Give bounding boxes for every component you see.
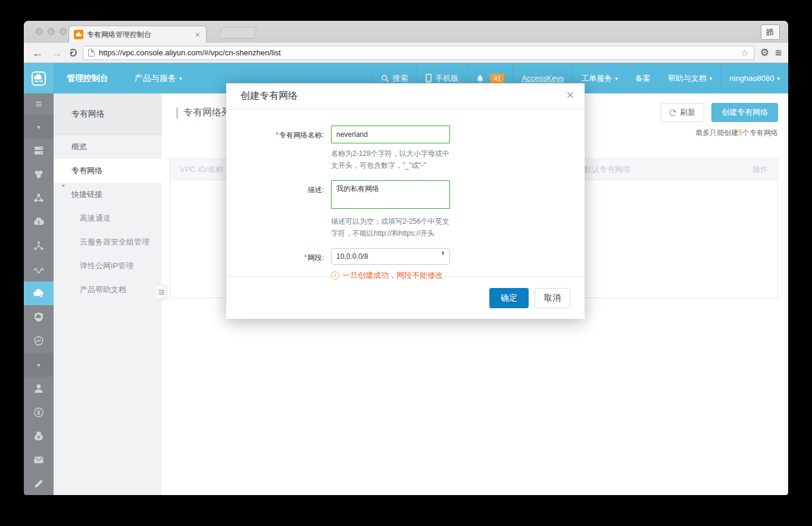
refresh-icon	[670, 109, 676, 116]
rail-section-toggle-2[interactable]: ▾	[24, 353, 54, 377]
rail-item-vpc-selected[interactable]	[24, 281, 54, 305]
nav-console[interactable]: 管理控制台	[54, 63, 121, 93]
modal-body: *专有网络名称: 名称为2-128个字符，以大小字母或中文开头，可包含数字，"_…	[226, 109, 585, 281]
tab-title: 专有网络管理控制台	[87, 30, 190, 40]
notification-badge: 41	[490, 74, 504, 83]
hamburger-icon: ≡	[36, 98, 42, 111]
nav-user-menu[interactable]: ninghao8080 ▾	[720, 63, 788, 93]
sidebar-item-security-group[interactable]: 云服务器安全组管理	[54, 230, 162, 254]
rail-item-ticket[interactable]	[24, 472, 54, 495]
col-actions: 操作	[752, 164, 768, 175]
minimize-window-icon[interactable]	[48, 28, 55, 35]
rail-item-funds[interactable]	[24, 424, 54, 448]
rail-item-network[interactable]	[24, 234, 54, 258]
aliyun-logo[interactable]	[24, 63, 54, 93]
vpc-name-label: *专有网络名称:	[241, 126, 331, 180]
chevron-down-icon: ▾	[710, 76, 713, 82]
nav-products-label: 产品与服务	[135, 73, 176, 84]
quota-suffix: 个专有网络	[742, 129, 778, 137]
rail-item-vpn[interactable]	[24, 258, 54, 281]
rail-section-toggle[interactable]: ▾	[24, 115, 54, 139]
cidr-select[interactable]: 10.0.0.0/8 ▲ ▼	[331, 248, 450, 265]
modal-close-icon[interactable]: ×	[566, 89, 574, 102]
rail-item-billing[interactable]	[24, 400, 54, 424]
sidebar-item-eip[interactable]: 弹性公网IP管理	[54, 254, 162, 278]
refresh-button[interactable]: 刷新	[661, 103, 704, 122]
rail-item-monitor[interactable]	[24, 329, 54, 353]
close-window-icon[interactable]	[36, 28, 43, 35]
vpc-name-input[interactable]	[331, 126, 450, 143]
load-balancer-icon	[33, 192, 45, 204]
user-icon	[33, 383, 45, 394]
chevron-down-icon: ▾	[62, 183, 65, 189]
vpc-name-label-text: 专有网络名称:	[279, 131, 324, 139]
zoom-window-icon[interactable]	[60, 28, 67, 35]
rail-item-user[interactable]	[24, 377, 54, 400]
nav-tickets-label: 工单服务	[581, 73, 612, 84]
cancel-button[interactable]: 取消	[535, 288, 570, 308]
forward-icon[interactable]: →	[50, 48, 63, 58]
select-stepper-icon: ▲ ▼	[441, 251, 445, 255]
back-icon[interactable]: ←	[31, 48, 44, 58]
browser-tab-strip: 专有网络管理控制台 × 皓	[24, 21, 788, 43]
browser-menu-icon[interactable]: ≡	[775, 46, 781, 60]
nav-products[interactable]: 产品与服务 ▾	[121, 63, 195, 93]
new-tab-button[interactable]	[218, 27, 258, 39]
quota-note: 最多只能创建5个专有网络	[695, 128, 778, 138]
product-icon-rail: ≡ ▾	[24, 93, 54, 495]
money-bag-icon	[33, 430, 45, 442]
modal-header: 创建专有网络	[226, 83, 585, 109]
settings-gear-icon[interactable]: ⚙	[760, 46, 769, 59]
nav-beian[interactable]: 备案	[626, 63, 659, 93]
nav-help[interactable]: 帮助与文档 ▾	[659, 63, 721, 93]
required-asterisk: *	[276, 131, 279, 139]
vpc-name-help: 名称为2-128个字符，以大小字母或中文开头，可包含数字，"_"或"-"	[331, 148, 454, 172]
rail-collapse-menu[interactable]: ≡	[24, 93, 54, 115]
browser-profile-button[interactable]: 皓	[761, 24, 780, 40]
yen-circle-icon	[33, 406, 45, 418]
chevron-down-icon: ▾	[37, 362, 40, 368]
search-icon	[381, 74, 389, 83]
browser-toolbar: ← → https://vpc.console.aliyun.com/#/vpc…	[24, 43, 788, 63]
confirm-button[interactable]: 确定	[489, 288, 529, 308]
reload-icon[interactable]	[69, 49, 77, 57]
sidebar-item-vpc[interactable]: 专有网络	[54, 159, 162, 183]
nav-username: ninghao8080	[729, 74, 774, 83]
col-default-vpc: 默认专有网络	[584, 164, 630, 175]
pencil-icon	[33, 478, 45, 490]
quota-count: 5	[738, 129, 742, 137]
required-asterisk: *	[304, 253, 307, 262]
bookmark-star-icon[interactable]: ☆	[741, 48, 748, 58]
sidebar-item-overview[interactable]: 概览	[54, 135, 162, 159]
chevron-down-icon: ▾	[615, 76, 618, 82]
rail-item-ecs[interactable]	[24, 139, 54, 162]
stepper-down-icon: ▼	[441, 253, 445, 255]
rail-item-storage[interactable]	[24, 162, 54, 186]
share-nodes-icon	[33, 240, 45, 252]
description-textarea[interactable]: 我的私有网络	[331, 180, 450, 209]
collapse-sidebar-icon	[158, 289, 165, 296]
shield-cloud-icon	[33, 311, 45, 323]
mobile-phone-icon	[425, 74, 432, 83]
sidebar-item-docs[interactable]: 产品帮助文档	[54, 278, 162, 302]
col-vpc-id: VPC ID/名称	[170, 164, 223, 175]
sidebar-collapse-handle[interactable]	[156, 284, 167, 300]
url-text[interactable]: https://vpc.console.aliyun.com/#/vpc/cn-…	[99, 48, 736, 57]
rail-item-cdn[interactable]	[24, 210, 54, 234]
server-stack-icon	[33, 145, 45, 156]
description-label: 描述:	[241, 180, 331, 248]
create-vpc-button[interactable]: 创建专有网络	[711, 103, 778, 122]
sidebar-item-quicklinks[interactable]: ▾ 快捷链接	[54, 183, 162, 206]
refresh-button-label: 刷新	[680, 107, 695, 118]
sidebar-item-express-connect[interactable]: 高速通道	[54, 206, 162, 230]
url-bar[interactable]: https://vpc.console.aliyun.com/#/vpc/cn-…	[83, 46, 754, 60]
rail-item-security[interactable]	[24, 305, 54, 329]
tab-close-icon[interactable]: ×	[194, 30, 201, 39]
window-controls[interactable]	[36, 28, 67, 35]
rail-item-slb[interactable]	[24, 186, 54, 210]
storage-cluster-icon	[33, 168, 45, 180]
page-icon	[88, 49, 95, 57]
cidr-selected-value: 10.0.0.0/8	[336, 252, 368, 261]
browser-tab[interactable]: 专有网络管理控制台 ×	[68, 26, 207, 43]
rail-item-messages[interactable]	[24, 448, 54, 472]
